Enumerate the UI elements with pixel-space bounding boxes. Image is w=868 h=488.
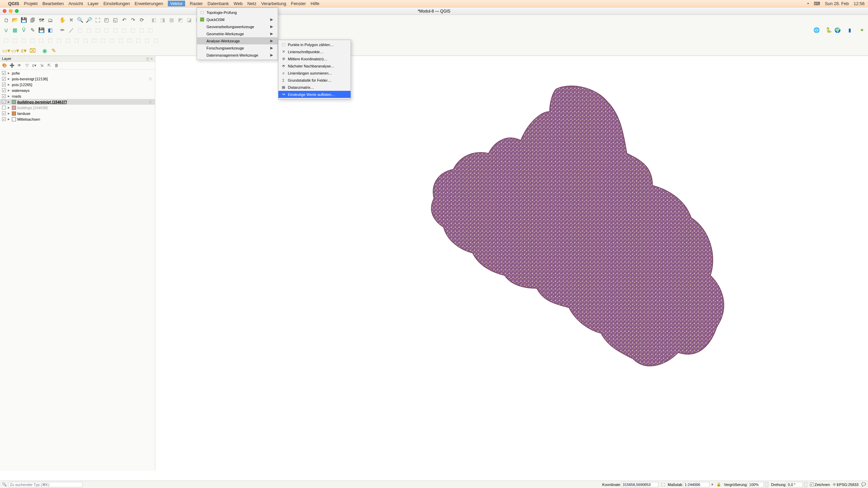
digitize-c[interactable]: ⬚ (94, 26, 102, 34)
osm-button[interactable]: 🌍 (833, 26, 842, 34)
tool-e[interactable]: ◪ (185, 16, 193, 24)
magnifier-value-input[interactable] (748, 482, 764, 487)
menu-fenster[interactable]: Fenster (291, 1, 306, 6)
render-checkbox[interactable]: ✓ (810, 483, 814, 486)
panel-close-icon[interactable]: ✕ (150, 57, 153, 61)
plugin-button-x[interactable]: ▮ (846, 26, 854, 34)
vektor-menu-item[interactable]: Analyse-Werkzeuge ▶ (197, 37, 278, 44)
layout-manager-button[interactable]: 🗂 (46, 16, 54, 24)
layer-visibility-checkbox[interactable]: ✓ (2, 111, 6, 115)
select-by-expr-button[interactable]: ε▾ (20, 46, 28, 55)
vektor-menu-item[interactable]: ⬚ Topologie-Prüfung (197, 9, 278, 16)
magnifier-stepper[interactable] (765, 482, 768, 487)
analyse-menu-item[interactable]: ≔ Eindeutige Werte auflisten… (278, 91, 351, 98)
edit-toggle-button[interactable]: ✎ (28, 26, 37, 34)
layer-item[interactable]: ✓ ▸ buildings-bereinigt [154637] ⊡ (0, 99, 155, 105)
layer-item[interactable]: ✓ ▸ landuse (0, 110, 155, 116)
scale-lock-icon[interactable]: 🔒 (716, 482, 721, 487)
pan-button[interactable]: ✋ (58, 16, 66, 24)
crs-label[interactable]: EPSG:25833 (837, 483, 859, 487)
menu-netz[interactable]: Netz (247, 1, 256, 6)
menu-projekt[interactable]: Projekt (24, 1, 38, 6)
layer-visibility-checkbox[interactable]: ✓ (2, 117, 6, 121)
layer-visibility-checkbox[interactable]: ✓ (2, 71, 6, 75)
menubar-date[interactable]: Sun 28. Feb (825, 1, 849, 6)
adv-d[interactable]: ⬚ (28, 36, 37, 44)
layer-item[interactable]: ✓ ▸ pois [12265] (0, 82, 155, 87)
vektor-menu-item[interactable]: Datenmanagement-Werkzeuge ▶ (197, 52, 278, 59)
digitize-d[interactable]: ⬚ (102, 26, 111, 34)
layer-add-group-icon[interactable]: ➕ (9, 63, 14, 68)
adv-g[interactable]: ⬚ (55, 36, 63, 44)
scale-value-input[interactable] (683, 482, 710, 487)
digitize-i[interactable]: ⬚ (146, 26, 155, 34)
menubar-time[interactable]: 12:56 (853, 1, 865, 6)
zoom-out-button[interactable]: 🔎 (85, 16, 93, 24)
save-as-button[interactable]: 🗐 (28, 16, 37, 24)
menu-einstellungen[interactable]: Einstellungen (103, 1, 130, 6)
deselect-button[interactable]: ⌧ (28, 46, 37, 55)
plugin-button-y[interactable]: ✦ (858, 26, 866, 34)
layer-collapse-icon[interactable]: ⇱ (47, 63, 52, 68)
tool-a[interactable]: ◧ (150, 16, 158, 24)
layer-visibility-checkbox[interactable] (2, 106, 6, 109)
menu-web[interactable]: Web (234, 1, 243, 6)
menu-layer[interactable]: Layer (88, 1, 99, 6)
adv-p[interactable]: ⬚ (134, 36, 142, 44)
vektor-menu-item[interactable]: Forschungswerkzeuge ▶ (197, 44, 278, 52)
digitize-line-button[interactable]: ／ (67, 26, 75, 34)
analyse-menu-item[interactable]: ▦ Distanzmatrix… (278, 84, 351, 91)
edit-pencil-button[interactable]: ✎ (50, 46, 58, 55)
rotation-stepper[interactable] (804, 482, 807, 487)
layer-filter-icon[interactable]: ▽ (24, 63, 29, 68)
adv-n[interactable]: ⬚ (117, 36, 125, 44)
python-console-button[interactable]: 🐍 (825, 26, 833, 34)
digitize-e[interactable]: ⬚ (111, 26, 119, 34)
zoom-full-button[interactable]: ⛶ (94, 16, 102, 24)
locator-search-input[interactable] (8, 482, 83, 487)
layer-remove-icon[interactable]: 🗑 (54, 63, 59, 68)
analyse-menu-item[interactable]: ≡ Linienlängen summieren… (278, 69, 351, 77)
layer-visibility-checkbox[interactable]: ✓ (2, 100, 6, 104)
layer-expand-icon[interactable]: ⇲ (39, 63, 44, 68)
scale-dropdown-icon[interactable]: ▼ (711, 483, 714, 486)
open-project-button[interactable]: 📂 (11, 16, 19, 24)
select-by-form-button[interactable]: ▭▾ (11, 46, 19, 55)
pan-selection-button[interactable]: ⤧ (67, 16, 75, 24)
layer-visibility-checkbox[interactable]: ✓ (2, 83, 6, 86)
layer-visibility-icon[interactable]: 👁 (17, 63, 22, 68)
add-vector-button[interactable]: V (2, 26, 10, 34)
adv-k[interactable]: ⬚ (90, 36, 98, 44)
zoom-next-button[interactable]: ↷ (129, 16, 137, 24)
menubar-dot-icon[interactable]: • (807, 1, 809, 6)
add-raster-button[interactable]: ▦ (11, 26, 19, 34)
adv-j[interactable]: ⬚ (81, 36, 90, 44)
zoom-in-button[interactable]: 🔍 (76, 16, 84, 24)
vektor-menu-item[interactable]: Geoverarbeitungswerkzeuge ▶ (197, 23, 278, 30)
new-project-button[interactable]: 🗋 (2, 16, 10, 24)
adv-b[interactable]: ⬚ (11, 36, 19, 44)
extents-icon[interactable]: ⛶ (661, 483, 665, 487)
map-canvas[interactable] (155, 56, 868, 471)
rotation-value-input[interactable] (787, 482, 803, 487)
layer-item[interactable]: ▸ buildings [154638] (0, 105, 155, 110)
menu-erweiterungen[interactable]: Erweiterungen (135, 1, 163, 6)
zoom-last-button[interactable]: ↶ (120, 16, 128, 24)
layer-item[interactable]: ✓ ▸ waterways (0, 87, 155, 93)
layer-expand-icon[interactable]: ▸ (7, 71, 11, 75)
menubar-keyboard-icon[interactable]: ⌨ (814, 1, 820, 6)
digitize-h[interactable]: ⬚ (138, 26, 146, 34)
window-maximize-button[interactable] (15, 9, 19, 13)
layer-item[interactable]: ✓ ▸ pofw (0, 70, 155, 76)
adv-l[interactable]: ⬚ (99, 36, 107, 44)
vektor-menu-item[interactable]: Geometrie-Werkzeuge ▶ (197, 30, 278, 37)
tool-b[interactable]: ◨ (159, 16, 167, 24)
layer-styling-button[interactable]: ◧ (46, 26, 54, 34)
adv-r[interactable]: ⬚ (152, 36, 160, 44)
adv-f[interactable]: ⬚ (46, 36, 54, 44)
crs-icon[interactable]: ⊕ (833, 482, 836, 487)
layer-expand-icon[interactable]: ▸ (7, 111, 11, 116)
new-shapefile-button[interactable]: V̂ (20, 26, 28, 34)
identify-button[interactable]: ◉ (41, 46, 49, 55)
adv-i[interactable]: ⬚ (73, 36, 81, 44)
